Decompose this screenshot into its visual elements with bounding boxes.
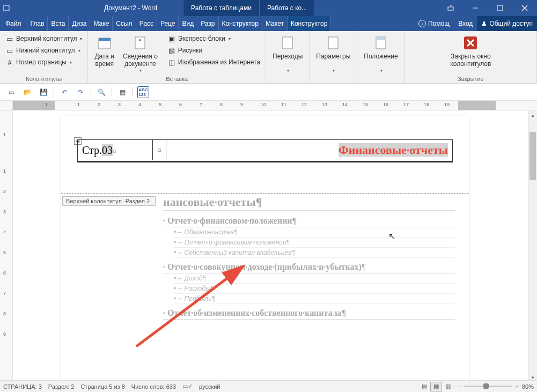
section-indicator[interactable]: Раздел: 2 (48, 383, 75, 390)
chevron-down-icon: ▾ (333, 68, 335, 73)
zoom-thumb[interactable] (483, 383, 489, 389)
scroll-up-button[interactable]: ▴ (528, 110, 537, 120)
tab-mailings[interactable]: Расс (136, 16, 157, 31)
group-label: Колонтитулы (3, 75, 84, 83)
date-time-button[interactable]: Дата и время (91, 33, 117, 75)
page: ✥ Стр.03¤ ¤ Финансовые·отчеты (61, 116, 469, 382)
help-button[interactable]: ♀Помощ (414, 16, 454, 31)
svg-rect-11 (328, 37, 338, 49)
tab-table-layout[interactable]: Макет (262, 16, 288, 31)
group-insert: Дата и время Сведения о документе▾ ▣Эксп… (88, 31, 266, 83)
ribbon-display-options[interactable] (438, 0, 463, 16)
tab-design[interactable]: Диза (69, 16, 90, 31)
list-item: Расходы¶ (174, 284, 455, 294)
header-button[interactable]: ▭Верхний колонтитул▾ (3, 33, 84, 44)
tab-table-design[interactable]: Конструктор (219, 16, 262, 31)
find-button[interactable]: 🔍 (95, 86, 107, 98)
vertical-ruler[interactable]: 1 1 2 3 4 5 6 7 8 9 (0, 110, 13, 382)
page-of-indicator[interactable]: Страница 5 из 8 (80, 383, 124, 390)
table-button[interactable]: ▦ (116, 86, 128, 98)
pictures-button[interactable]: ▧Рисунки (165, 45, 262, 56)
zoom-slider[interactable] (464, 386, 512, 387)
minimize-button[interactable] (463, 0, 488, 16)
redo-button[interactable]: ↷ (75, 86, 86, 98)
undo-button[interactable]: ↶ (58, 86, 70, 98)
ruler-corner[interactable]: ∟ (0, 101, 13, 110)
language-indicator[interactable]: русский (199, 383, 220, 390)
context-tab-table-tools[interactable]: Работа с таблицами (183, 0, 259, 16)
footer-button[interactable]: ▭Нижний колонтитул▾ (3, 45, 84, 56)
person-icon: ♟ (481, 20, 487, 27)
calendar-icon (96, 34, 113, 51)
navigation-button[interactable]: Переходы▾ (269, 33, 306, 75)
quick-parts-button[interactable]: ▣Экспресс-блоки▾ (165, 33, 262, 44)
online-pictures-button[interactable]: ◫Изображения из Интернета (165, 57, 262, 68)
vertical-scrollbar[interactable]: ▴ ▾ (528, 110, 537, 382)
info-icon (131, 34, 149, 51)
group-label: Закрытие (408, 75, 533, 83)
word-count-button[interactable]: ABC123 (137, 86, 149, 98)
header-section[interactable]: Стр.03¤ ¤ Финансовые·отчеты (77, 139, 453, 162)
tab-home[interactable]: Глав (27, 16, 48, 31)
save-qat-icon[interactable] (0, 4, 13, 12)
signin-button[interactable]: Вход (454, 16, 477, 31)
web-layout-button[interactable]: ▥ (442, 382, 454, 391)
zoom-level[interactable]: 80% (522, 383, 534, 390)
title-cell[interactable]: Финансовые·отчеты (166, 140, 452, 161)
tab-insert[interactable]: Вста (48, 16, 69, 31)
tab-layout[interactable]: Маке (90, 16, 113, 31)
tab-header-footer-design[interactable]: Конструктор (288, 16, 331, 31)
tab-developer[interactable]: Разр (197, 16, 218, 31)
share-button[interactable]: ♟Общий доступ (477, 16, 537, 31)
list-item: Отчет·о·финансовом·положении¶ (174, 238, 455, 248)
svg-rect-10 (283, 37, 292, 49)
options-icon (325, 34, 342, 51)
middle-cell[interactable]: ¤ (153, 140, 166, 161)
picture-icon: ▧ (167, 46, 176, 55)
header-table[interactable]: Стр.03¤ ¤ Финансовые·отчеты (77, 139, 453, 162)
group-label: Вставка (91, 75, 262, 83)
position-button[interactable]: Положение▾ (361, 33, 401, 75)
tab-file[interactable]: Файл (0, 16, 27, 31)
heading-2: Отчет·о·совокупном·доходе·(прибылях·и·уб… (163, 261, 455, 273)
tab-review[interactable]: Реце (157, 16, 179, 31)
page-number-cell[interactable]: Стр.03¤ (78, 140, 153, 161)
heading-2: Отчет·о·финансовом·положении¶ (163, 215, 455, 227)
open-button[interactable]: 📂 (21, 86, 33, 98)
group-navigation: Переходы▾ (266, 31, 310, 83)
word-count-indicator[interactable]: Число слов: 633 (131, 383, 176, 390)
close-button[interactable] (512, 0, 537, 16)
chevron-down-icon: ▾ (287, 68, 289, 73)
body-content: нансовые·отчеты¶ Отчет·о·финансовом·поло… (163, 195, 455, 320)
scroll-thumb[interactable] (529, 132, 536, 180)
save-button[interactable]: 💾 (38, 86, 49, 98)
chevron-down-icon: ▾ (78, 48, 80, 53)
options-button[interactable]: Параметры▾ (313, 33, 354, 75)
svg-rect-13 (376, 37, 386, 40)
maximize-button[interactable] (488, 0, 512, 16)
read-mode-button[interactable]: ▤ (418, 382, 430, 391)
document-area[interactable]: ✥ Стр.03¤ ¤ Финансовые·отчеты (13, 110, 537, 382)
zoom-in-button[interactable]: + (516, 383, 519, 390)
proofing-icon[interactable]: ▭✓ (182, 383, 193, 390)
quick-access-toolbar: ▭ 📂 💾 ↶ ↷ 🔍 ▦ ABC123 (0, 84, 537, 101)
titlebar: Документ2 - Word Работа с таблицами Рабо… (0, 0, 537, 16)
page-number-button[interactable]: #Номер страницы▾ (3, 57, 84, 68)
svg-rect-7 (99, 38, 111, 41)
nav-icon (279, 34, 296, 51)
page-indicator[interactable]: СТРАНИЦА: 3 (3, 383, 42, 390)
list-item: Доход¶ (174, 273, 455, 284)
group-options: Параметры▾ (310, 31, 357, 83)
context-tab-header-footer-tools[interactable]: Работа с ко... (259, 0, 314, 16)
close-header-footer-button[interactable]: Закрыть окно колонтитулов (447, 33, 494, 75)
zoom-out-button[interactable]: − (457, 383, 460, 390)
tab-view[interactable]: Вид (179, 16, 197, 31)
group-headers-footers: ▭Верхний колонтитул▾ ▭Нижний колонтитул▾… (0, 31, 88, 83)
new-doc-button[interactable]: ▭ (5, 86, 17, 98)
horizontal-ruler[interactable]: 1 1 2 3 4 5 6 7 8 9 10 11 12 13 14 15 16… (13, 101, 537, 110)
document-info-button[interactable]: Сведения о документе▾ (120, 33, 161, 75)
tab-references[interactable]: Ссыл (113, 16, 136, 31)
chevron-down-icon: ▾ (229, 36, 231, 41)
print-layout-button[interactable]: ▦ (430, 382, 442, 391)
group-position: Положение▾ (357, 31, 404, 83)
